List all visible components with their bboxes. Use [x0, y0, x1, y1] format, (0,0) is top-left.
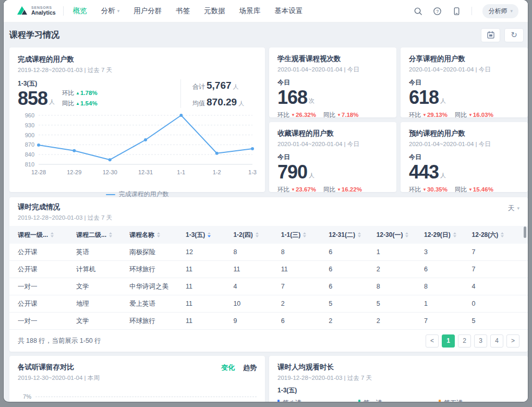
card-date-range: 2020-01-04~2020-01-04 | 今日 — [409, 66, 519, 74]
nav-item-settings[interactable]: 基本设置 — [274, 6, 303, 16]
nav-item-analysis[interactable]: 分析▾ — [101, 6, 120, 16]
table-cell: 2 — [377, 317, 424, 325]
column-header[interactable]: 12-30(一) — [377, 231, 424, 240]
nav-item-user-segments[interactable]: 用户分群 — [134, 6, 162, 16]
data-point[interactable] — [144, 138, 147, 141]
nav-item-scenario-library[interactable]: 场景库 — [239, 6, 261, 16]
kpi-unit: 人 — [49, 98, 55, 108]
data-point[interactable] — [179, 114, 183, 117]
brand-logo[interactable]: SENSORS Analytics — [16, 5, 56, 18]
table-cell: 4 — [472, 283, 519, 290]
arrow-down-icon: ▼ — [337, 113, 341, 117]
pagination-page-2[interactable]: 2 — [458, 334, 471, 348]
table-cell: 公开课 — [18, 300, 76, 308]
x-tick-label: 12-28 — [31, 169, 46, 175]
legend-color-swatch — [277, 400, 280, 402]
toggle-option-change[interactable]: 变化 — [221, 363, 235, 373]
kpi-unit: 人 — [440, 97, 446, 107]
role-badge-label: 分析师 — [488, 7, 507, 16]
app-window: SENSORS Analytics 概览分析▾用户分群书签元数据场景库基本设置 … — [4, 0, 528, 402]
x-tick-label: 12-29 — [67, 169, 81, 175]
sort-icon — [303, 232, 306, 237]
metric: 环比▲1.78% — [62, 89, 98, 97]
legend-item: 第八讲 — [277, 399, 358, 402]
data-point[interactable] — [215, 152, 219, 155]
pagination-page-4[interactable]: 4 — [490, 334, 503, 348]
metric-value: ▼15.46% — [468, 186, 493, 193]
help-icon[interactable]: ? — [433, 7, 442, 16]
table-scrollbar[interactable] — [524, 226, 526, 238]
table-cell: 10 — [233, 300, 281, 307]
column-label: 1-1(三) — [281, 231, 300, 240]
card-date-range: 2019-12-28~2020-01-03 | 过去 7 天 — [18, 66, 257, 74]
table-card-lesson-completion: 课时完成情况 2019-12-28~2020-01-03 | 过去 7 天 天 … — [9, 197, 528, 352]
pagination-prev[interactable]: < — [426, 334, 439, 348]
granularity-select[interactable]: 天 ▾ — [507, 202, 519, 213]
metric-value: ▲1.78% — [76, 90, 98, 96]
kpi-unit: 次 — [309, 97, 315, 107]
refresh-button[interactable]: ↻ — [504, 28, 524, 42]
pagination-page-1[interactable]: 1 — [442, 334, 455, 348]
table-cell: 地理 — [76, 300, 129, 308]
metric-value: ▼16.03% — [468, 112, 493, 118]
line-chart-svg: 81084087090093096012-2812-2912-3012-311-… — [18, 110, 257, 187]
metric: 环比▼29.13% — [409, 111, 448, 119]
metric: 环比▼26.32% — [277, 111, 316, 119]
kpi-value: 618 — [409, 88, 439, 107]
card-title: 各试听课留存对比 — [18, 363, 100, 372]
search-icon[interactable] — [414, 7, 422, 16]
data-point[interactable] — [37, 143, 40, 147]
table-cell: 11 — [186, 266, 233, 273]
column-header[interactable]: 课程一级... — [18, 231, 76, 240]
pagination-next[interactable]: > — [506, 334, 519, 348]
card-title: 收藏课程的用户数 — [277, 129, 388, 138]
nav-item-metadata[interactable]: 元数据 — [204, 6, 225, 16]
column-header[interactable]: 课程名称 — [129, 231, 186, 240]
column-header[interactable]: 课程二级... — [76, 231, 129, 240]
column-header[interactable]: 12-29(日) — [424, 231, 471, 240]
y-tick-label: 840 — [25, 151, 34, 158]
nav-item-overview[interactable]: 概览 — [73, 6, 87, 16]
card-title: 完成课程的用户数 — [18, 55, 257, 64]
metric-value: ▲1.54% — [76, 100, 98, 106]
overview-totals: 合计5,767人均值870.29人 — [192, 79, 244, 108]
period-label: 今日 — [277, 153, 388, 162]
column-header[interactable]: 12-28(六) — [472, 231, 519, 240]
metric: 环比▼30.35% — [409, 186, 448, 194]
legend-label: 第八讲 — [283, 399, 301, 402]
mobile-icon[interactable] — [452, 7, 461, 16]
calendar-button[interactable] — [481, 28, 500, 42]
column-header[interactable]: 1-1(三) — [281, 231, 329, 240]
legend-line-swatch — [106, 194, 115, 195]
toggle-option-trend[interactable]: 趋势 — [243, 363, 257, 373]
data-point[interactable] — [108, 158, 112, 161]
table-cell: 2 — [281, 300, 329, 307]
role-badge[interactable]: 分析师 ▾ — [482, 4, 518, 18]
metric: 同比▼15.46% — [455, 186, 493, 194]
table-cell: 一对一 — [18, 282, 76, 291]
column-header[interactable]: 12-31(二) — [329, 231, 376, 240]
x-tick-label: 1-1 — [177, 169, 185, 175]
granularity-value: 天 — [507, 204, 514, 213]
x-tick-label: 12-31 — [138, 169, 153, 175]
column-label: 课程一级... — [18, 231, 48, 240]
table-cell: 文学 — [76, 282, 129, 291]
metric-value: ▼30.35% — [422, 186, 448, 193]
y-tick-label: 930 — [25, 122, 34, 128]
data-point[interactable] — [251, 147, 254, 150]
pagination-page-3[interactable]: 3 — [474, 334, 487, 348]
overview-metrics: 环比▲1.78%同比▲1.54% — [62, 89, 98, 107]
period-label: 今日 — [409, 78, 519, 87]
column-header[interactable]: 1-3(五) — [186, 231, 233, 240]
table-header-block: 课时完成情况 2019-12-28~2020-01-03 | 过去 7 天 天 … — [9, 202, 528, 222]
metric-value: ▼29.13% — [422, 112, 448, 118]
kpi-grid: 学生观看课程视次数2020-01-04~2020-01-04 | 今日今日168… — [269, 47, 528, 192]
table-cell: 5 — [472, 317, 519, 325]
column-header[interactable]: 1-2(四) — [233, 231, 281, 240]
data-point[interactable] — [72, 149, 76, 152]
table-cell: 8 — [424, 283, 471, 290]
metric: 环比▼23.67% — [277, 186, 316, 194]
sort-icon — [453, 232, 456, 237]
nav-item-bookmarks[interactable]: 书签 — [176, 6, 190, 16]
nav-right-divider — [471, 7, 472, 15]
